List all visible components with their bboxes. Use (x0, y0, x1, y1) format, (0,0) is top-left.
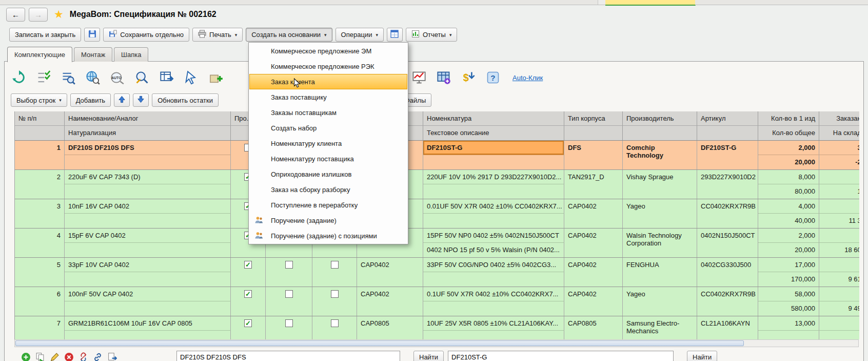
find-nomenclature-button[interactable]: Найти (687, 351, 717, 361)
menu-item[interactable]: Коммерческое предложение РЭК (249, 59, 407, 74)
header-ordered[interactable]: Заказано (819, 111, 859, 126)
delete-row-icon[interactable] (64, 352, 74, 361)
name-cell[interactable]: 15pF 6V CAP 0402 (65, 229, 231, 243)
window-icon-button[interactable] (387, 28, 403, 42)
package-type-cell[interactable]: CAP0402 (564, 287, 623, 316)
ordered-cell[interactable] (819, 287, 859, 301)
horizontal-scrollbar[interactable] (14, 339, 859, 347)
article-cell[interactable]: 293D227X9010D2 (697, 170, 758, 199)
row-number-cell[interactable]: 1 (15, 141, 65, 169)
row-number-cell[interactable]: 4 (15, 229, 65, 257)
in-stock-cell[interactable]: 9 612 (819, 272, 859, 287)
table-row[interactable]: 533pF 10V CAP 0402✓CAP040233PF 50V C0G/N… (15, 258, 859, 287)
article-cell[interactable]: CC0402KRX7R9B (697, 199, 758, 228)
find-name-button[interactable]: Найти (413, 351, 444, 361)
header-naturalization[interactable]: Натурализация (65, 126, 231, 140)
menu-item[interactable]: Заказ поставщику (249, 89, 407, 105)
qty-per-unit-cell[interactable]: 17,000 (758, 258, 819, 272)
qty-total-cell[interactable]: 80,000 (758, 184, 819, 199)
header-empty[interactable] (697, 126, 758, 140)
in-stock-cell[interactable]: 18 606 (819, 243, 859, 257)
create-based-on-button[interactable]: Создать на основании ▾ (246, 28, 332, 42)
search-list-icon[interactable] (60, 69, 76, 86)
in-stock-cell[interactable]: -20 (819, 155, 859, 169)
unlink-icon[interactable] (78, 352, 88, 361)
naturalization-cell[interactable] (65, 243, 231, 257)
naturalization-cell[interactable] (65, 301, 231, 316)
app-tab[interactable] (449, 0, 478, 5)
operations-button[interactable]: Операции ▾ (336, 28, 384, 42)
forward-button[interactable]: → (29, 8, 48, 22)
tab-shapka[interactable]: Шапка (114, 47, 148, 62)
header-empty[interactable] (623, 126, 697, 140)
menu-item[interactable]: Поручение (задание) с позициями (249, 228, 407, 243)
table-export-icon[interactable] (159, 69, 175, 86)
qty-per-unit-cell[interactable]: 8,000 (758, 170, 819, 184)
menu-item[interactable]: Номенклатуру поставщика (249, 151, 407, 166)
name-cell[interactable]: 220uF 6V CAP 7343 (D) (65, 170, 231, 184)
add-row-icon[interactable] (21, 352, 31, 361)
package-type-cell[interactable]: TAN2917_D (564, 170, 623, 199)
ordered-cell[interactable] (819, 316, 859, 331)
qty-per-unit-cell[interactable]: 4,000 (758, 199, 819, 214)
ordered-cell[interactable] (819, 258, 859, 272)
manufacturer-cell[interactable]: Comchip Technology (623, 141, 697, 169)
tab-montazh[interactable]: Монтаж (74, 47, 112, 62)
manufacturer-cell[interactable]: Walsin Technology Corporation (623, 229, 697, 257)
qty-total-cell[interactable]: 20,000 (758, 243, 819, 257)
package-type-cell[interactable]: CAP0402 (564, 258, 623, 287)
menu-item[interactable]: Оприходование излишков (249, 166, 407, 182)
manufacturer-cell[interactable]: Yageo (623, 199, 697, 228)
add-row-button[interactable]: Добавить (70, 93, 111, 107)
header-name[interactable]: Наименование/Аналог (65, 111, 231, 126)
header-nomenclature[interactable]: Номенклатура (423, 111, 564, 126)
recalculate-icon[interactable] (11, 69, 27, 86)
header-text-description[interactable]: Текстовое описание (423, 126, 564, 140)
in-stock-cell[interactable]: 9 497 (819, 301, 859, 316)
name-filter-input[interactable] (176, 351, 400, 361)
checkbox-unchecked[interactable] (285, 261, 293, 269)
link-icon[interactable] (92, 352, 103, 361)
nomenclature-cell[interactable]: 0.01UF 50V X7R 0402 ±10% CC0402KRX7... (423, 199, 564, 214)
save-and-close-button[interactable]: Записать и закрыть (9, 28, 81, 42)
ordered-cell[interactable] (819, 229, 859, 243)
row-number-cell[interactable]: 3 (15, 199, 65, 228)
copy-row-icon[interactable] (35, 352, 45, 361)
menu-item[interactable]: Создать набор (249, 120, 407, 136)
save-icon-button[interactable] (84, 28, 100, 42)
check2-cell[interactable] (266, 316, 312, 339)
text-description-cell[interactable] (423, 214, 564, 228)
article-cell[interactable]: 0402CG330J500 (697, 258, 758, 287)
qty-total-cell[interactable]: 20,000 (758, 155, 819, 169)
text-description-cell[interactable] (423, 184, 564, 199)
app-tab[interactable] (333, 0, 449, 5)
korpus-cell[interactable]: CAP0805 (357, 316, 423, 339)
checkbox-unchecked[interactable] (285, 290, 293, 298)
name-cell[interactable]: 100nF 50V CAP 0402 (65, 287, 231, 301)
table-row[interactable]: 415pF 6V CAP 0402✓CAP040215PF 50V NP0 04… (15, 229, 859, 258)
in-stock-cell[interactable]: 11 33 (819, 214, 859, 228)
app-tab[interactable] (164, 0, 334, 5)
checkbox-unchecked[interactable] (331, 261, 339, 269)
check2-cell[interactable] (266, 258, 312, 287)
nomenclature-filter-input[interactable] (448, 351, 674, 361)
nomenclature-cell[interactable]: 15PF 50V NP0 0402 ±5% 0402N150J500CT (423, 229, 564, 243)
back-button[interactable]: ← (6, 8, 25, 22)
text-description-cell[interactable] (423, 301, 564, 316)
naturalization-cell[interactable] (65, 155, 231, 169)
in-stock-cell[interactable]: 12 (819, 184, 859, 199)
naturalization-cell[interactable] (65, 184, 231, 199)
article-cell[interactable]: CC0402KRX7R9B (697, 287, 758, 316)
row-number-cell[interactable]: 5 (15, 258, 65, 287)
table-row[interactable]: 1DF210S DF210S DFSDFSDF210ST-GDFSComchip… (15, 141, 859, 170)
checkbox-checked[interactable]: ✓ (244, 290, 252, 298)
header-empty[interactable] (564, 126, 623, 140)
checkbox-unchecked[interactable] (285, 319, 293, 327)
auto-click-link[interactable]: Auto-Клик (512, 74, 543, 82)
menu-item[interactable]: Поручение (задание) (249, 213, 407, 228)
ordered-cell[interactable] (819, 199, 859, 214)
scrollbar-thumb[interactable] (15, 340, 744, 346)
header-manufacturer[interactable]: Производитель (623, 111, 697, 126)
reports-button[interactable]: Отчеты ▾ (406, 28, 457, 42)
header-qty-per-unit[interactable]: Кол-во в 1 изд (758, 111, 819, 126)
